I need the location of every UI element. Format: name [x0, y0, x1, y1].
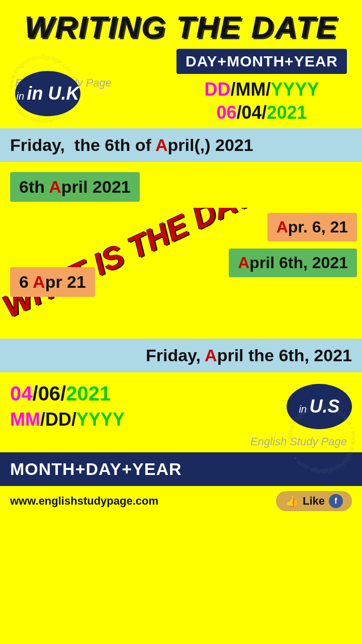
uk-badge-text: in in U.K [16, 83, 79, 104]
uk-date-example: 06/04/2021 [216, 102, 307, 123]
formal-long-text: Friday, the 6th of April(,) 2021 [10, 135, 253, 154]
svg-text:www.englishstudypage.com • www: www.englishstudypage.com • www.englishst… [286, 403, 358, 475]
us-section: 04/06/2021 MM/DD/YYYY in U.S www.english… [0, 372, 362, 435]
friday-april-bar: Friday, April the 6th, 2021 [0, 339, 362, 372]
month-day-year-label: MONTH+DAY+YEAR [10, 459, 182, 478]
uk-format-right: DAY+MONTH+YEAR DD/MM/YYYY 06/04/2021 [176, 49, 347, 123]
friday-april-text: Friday, April the 6th, 2021 [146, 346, 352, 365]
day-month-year-label: DAY+MONTH+YEAR [186, 53, 338, 69]
apr-6-21-text: Apr. 6, 21 [277, 218, 348, 236]
page-title: WRITING THE DATE [5, 9, 357, 45]
april-6th-2021-text: April 6th, 2021 [238, 254, 348, 272]
us-format-template: MM/DD/YYYY [10, 409, 125, 430]
short1-green-box: 6th April 2021 [10, 172, 140, 202]
thumbs-up-icon: 👍 [285, 495, 299, 508]
short1-section: 6th April 2021 [0, 162, 362, 208]
like-label: Like [303, 495, 325, 508]
short2-salmon-box: 6 Apr 21 [10, 263, 95, 301]
short2-box: 6 Apr 21 [10, 267, 95, 297]
uk-top-section: www.englishstudypage.com • www.englishst… [0, 49, 362, 128]
us-date-example: 04/06/2021 [10, 382, 125, 405]
us-badge-area: in U.S www.englishstudypage.com • www.en… [287, 384, 352, 429]
uk-badge-area: in in U.K [15, 61, 80, 116]
what-section: WHAT IS THE DATE ? 6 Apr 21 Apr. 6, 21 A… [0, 208, 362, 339]
right-boxes: Apr. 6, 21 April 6th, 2021 [229, 213, 357, 277]
footer-url: www.englishstudypage.com [10, 495, 158, 508]
like-button[interactable]: 👍 Like f [276, 491, 352, 511]
uk-format-template: DD/MM/YYYY [204, 79, 319, 100]
apr-6-21-box: Apr. 6, 21 [267, 213, 357, 242]
facebook-icon: f [329, 494, 343, 508]
title-section: WRITING THE DATE [0, 0, 362, 49]
uk-oval: in in U.K [15, 71, 80, 116]
april-6th-2021-box: April 6th, 2021 [229, 249, 357, 277]
dd-label: DD [204, 79, 230, 100]
us-left: 04/06/2021 MM/DD/YYYY [10, 382, 125, 430]
short1-text: 6th April 2021 [19, 177, 131, 196]
watermark-right: www.englishstudypage.com • www.englishst… [282, 399, 362, 479]
short2-text: 6 Apr 21 [19, 272, 86, 291]
day-month-year-box: DAY+MONTH+YEAR [176, 49, 347, 74]
footer: www.englishstudypage.com 👍 Like f [0, 486, 362, 516]
